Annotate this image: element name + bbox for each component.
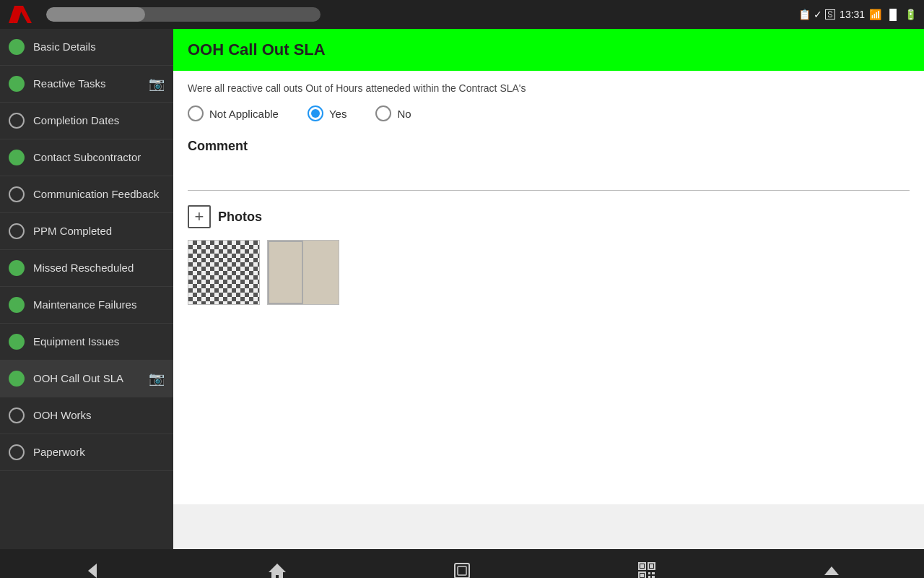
qr-button[interactable] [629, 553, 665, 578]
sidebar-label-ooh-call-out-sla: OOH Call Out SLA [33, 371, 123, 386]
dot-communication-feedback [9, 186, 25, 202]
progress-bar-container [46, 7, 321, 22]
battery-icon: 🔋 [905, 9, 917, 20]
dot-completion-dates [9, 113, 25, 129]
svg-rect-4 [455, 564, 469, 578]
sidebar-item-paperwork[interactable]: Paperwork [0, 434, 173, 471]
svg-rect-5 [458, 566, 466, 575]
progress-bar-fill [46, 7, 145, 22]
dot-ppm-completed [9, 223, 25, 239]
status-icons: 📋 ✓ 🅂 [798, 9, 835, 20]
svg-marker-2 [88, 564, 97, 578]
sidebar-item-communication-feedback[interactable]: Communication Feedback [0, 176, 173, 213]
up-button[interactable] [814, 553, 850, 578]
recent-apps-button[interactable] [444, 553, 480, 578]
sidebar-item-ooh-works[interactable]: OOH Works [0, 397, 173, 434]
sidebar-item-missed-rescheduled[interactable]: Missed Rescheduled [0, 250, 173, 287]
comment-divider [188, 190, 910, 191]
door-panel [268, 241, 303, 304]
wifi-icon: 📶 [869, 9, 881, 20]
sidebar-item-ppm-completed[interactable]: PPM Completed [0, 213, 173, 250]
sidebar-label-reactive-tasks: Reactive Tasks [33, 77, 106, 91]
dot-contact-subcontractor [9, 150, 25, 165]
dot-basic-details [9, 39, 25, 55]
sidebar-label-missed-rescheduled: Missed Rescheduled [33, 261, 134, 275]
svg-rect-13 [652, 572, 655, 574]
dot-equipment-issues [9, 334, 25, 350]
svg-rect-11 [640, 574, 644, 577]
photos-header: + Photos [188, 205, 910, 228]
sidebar: Basic Details Reactive Tasks 📷 Completio… [0, 29, 173, 549]
content-body: Were all reactive call outs Out of Hours… [173, 71, 924, 504]
clock: 13:31 [840, 9, 865, 20]
radio-circle-not-applicable [188, 105, 204, 121]
radio-option-not-applicable[interactable]: Not Applicable [188, 105, 279, 121]
sidebar-label-completion-dates: Completion Dates [33, 113, 119, 128]
sidebar-item-equipment-issues[interactable]: Equipment Issues [0, 324, 173, 361]
dot-reactive-tasks [9, 76, 25, 92]
sidebar-item-completion-dates[interactable]: Completion Dates [0, 103, 173, 139]
sidebar-item-ooh-call-out-sla[interactable]: OOH Call Out SLA 📷 [0, 361, 173, 397]
camera-icon-reactive-tasks: 📷 [149, 76, 165, 92]
radio-circle-yes [308, 105, 323, 121]
sidebar-label-paperwork: Paperwork [33, 445, 85, 460]
status-bar-left [7, 1, 321, 27]
radio-option-no[interactable]: No [375, 105, 411, 121]
add-photo-button[interactable]: + [188, 205, 211, 228]
nav-bar [0, 549, 924, 578]
sidebar-label-maintenance-failures: Maintenance Failures [33, 298, 136, 312]
radio-option-yes[interactable]: Yes [308, 105, 346, 121]
home-button[interactable] [259, 553, 295, 578]
dot-maintenance-failures [9, 297, 25, 313]
sidebar-label-contact-subcontractor: Contact Subcontractor [33, 150, 141, 165]
photos-label: Photos [218, 210, 262, 225]
dot-ooh-works [9, 407, 25, 423]
sidebar-item-basic-details[interactable]: Basic Details [0, 29, 173, 66]
photos-section: + Photos [188, 205, 910, 305]
back-button[interactable] [74, 553, 110, 578]
status-bar-right: 📋 ✓ 🅂 13:31 📶 ▐▌ 🔋 [798, 9, 917, 20]
content-area: OOH Call Out SLA Were all reactive call … [173, 29, 924, 549]
radio-label-yes: Yes [329, 108, 346, 120]
main-layout: Basic Details Reactive Tasks 📷 Completio… [0, 29, 924, 549]
signal-icon: ▐▌ [886, 9, 900, 20]
svg-rect-9 [640, 564, 644, 568]
comment-label: Comment [188, 139, 910, 154]
radio-group: Not Applicable Yes No [188, 105, 910, 121]
svg-rect-12 [648, 572, 650, 574]
sidebar-label-communication-feedback: Communication Feedback [33, 187, 159, 202]
dot-paperwork [9, 444, 25, 460]
sidebar-label-ooh-works: OOH Works [33, 408, 92, 423]
photo-thumbnail-2[interactable] [267, 240, 339, 305]
dot-ooh-call-out-sla [9, 371, 25, 387]
sidebar-label-basic-details: Basic Details [33, 40, 96, 54]
content-header: OOH Call Out SLA [173, 29, 924, 71]
sidebar-label-equipment-issues: Equipment Issues [33, 335, 119, 349]
sidebar-item-maintenance-failures[interactable]: Maintenance Failures [0, 287, 173, 324]
page-title: OOH Call Out SLA [188, 40, 326, 59]
svg-rect-10 [650, 564, 653, 568]
verizon-logo [7, 1, 33, 27]
sidebar-item-reactive-tasks[interactable]: Reactive Tasks 📷 [0, 66, 173, 103]
status-bar: 📋 ✓ 🅂 13:31 📶 ▐▌ 🔋 [0, 0, 924, 29]
question-text: Were all reactive call outs Out of Hours… [188, 82, 910, 94]
radio-circle-no [375, 105, 391, 121]
radio-label-not-applicable: Not Applicable [209, 108, 279, 120]
sidebar-label-ppm-completed: PPM Completed [33, 224, 112, 238]
svg-marker-3 [269, 564, 286, 578]
camera-icon-ooh-call-out-sla: 📷 [149, 371, 165, 387]
radio-label-no: No [397, 108, 411, 120]
svg-marker-16 [824, 566, 839, 575]
photo-thumbnails [188, 240, 910, 305]
photo-thumbnail-1[interactable] [188, 240, 260, 305]
sidebar-item-contact-subcontractor[interactable]: Contact Subcontractor [0, 139, 173, 176]
dot-missed-rescheduled [9, 260, 25, 276]
